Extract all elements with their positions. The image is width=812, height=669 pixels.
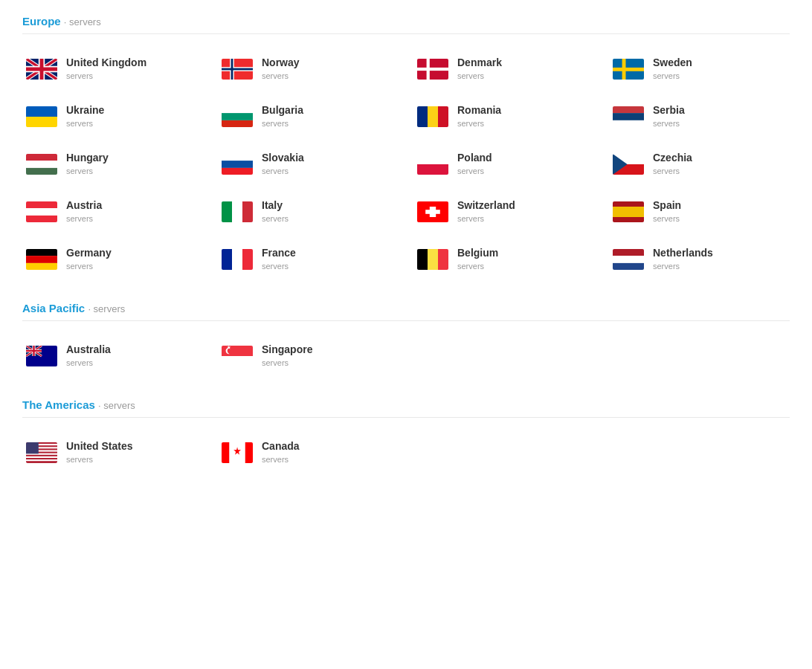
svg-rect-51: [242, 249, 253, 270]
country-name-bulgaria: Bulgaria: [262, 104, 303, 116]
country-item-austria[interactable]: Austria servers: [22, 192, 203, 232]
country-grid-the-americas: United States servers Canada servers: [22, 433, 790, 473]
country-item-bulgaria[interactable]: Bulgaria servers: [218, 97, 399, 137]
country-servers-label-czechia: servers: [653, 167, 680, 175]
country-item-australia[interactable]: Australia servers: [22, 336, 203, 376]
country-info-switzerland: Switzerland servers: [457, 199, 515, 224]
svg-rect-45: [613, 217, 644, 222]
flag-canada: [222, 442, 253, 463]
country-item-romania[interactable]: Romania servers: [413, 97, 594, 137]
country-item-serbia[interactable]: Serbia servers: [609, 97, 790, 137]
svg-rect-27: [222, 161, 253, 168]
country-item-spain[interactable]: Spain servers: [609, 192, 790, 232]
country-name-australia: Australia: [66, 343, 111, 355]
svg-rect-16: [222, 120, 253, 127]
flag-switzerland: [417, 201, 448, 222]
country-item-singapore[interactable]: Singapore servers: [218, 336, 399, 376]
svg-rect-26: [222, 154, 253, 161]
country-servers-label-romania: servers: [457, 119, 484, 128]
country-servers-label-serbia: servers: [653, 119, 680, 128]
svg-rect-13: [26, 117, 57, 127]
country-info-singapore: Singapore servers: [262, 343, 312, 369]
svg-rect-30: [417, 164, 448, 175]
country-item-netherlands[interactable]: Netherlands servers: [609, 239, 790, 279]
country-servers-label-switzerland: servers: [457, 214, 484, 223]
region-header-the-americas: The Americas · servers: [22, 398, 790, 411]
region-divider-the-americas: [22, 417, 790, 418]
svg-rect-54: [438, 249, 448, 270]
country-info-spain: Spain servers: [653, 199, 681, 224]
svg-point-63: [228, 348, 233, 354]
country-info-norway: Norway servers: [262, 56, 300, 82]
country-item-slovakia[interactable]: Slovakia servers: [218, 144, 399, 184]
country-servers-label-slovakia: servers: [262, 167, 289, 175]
country-item-italy[interactable]: Italy servers: [218, 192, 399, 232]
country-servers-label-norway: servers: [262, 71, 289, 80]
country-item-sweden[interactable]: Sweden servers: [609, 49, 790, 89]
country-servers-label-denmark: servers: [457, 71, 484, 80]
country-item-czechia[interactable]: Czechia servers: [609, 144, 790, 184]
country-item-canada[interactable]: Canada servers: [218, 433, 399, 473]
country-servers-label-bulgaria: servers: [262, 119, 289, 128]
svg-rect-34: [26, 201, 57, 208]
country-item-belgium[interactable]: Belgium servers: [413, 239, 594, 279]
country-servers-label-netherlands: servers: [653, 262, 680, 271]
country-item-switzerland[interactable]: Switzerland servers: [413, 192, 594, 232]
svg-rect-43: [613, 201, 644, 207]
country-name-norway: Norway: [262, 56, 300, 68]
svg-rect-19: [438, 106, 448, 127]
svg-rect-22: [613, 120, 644, 127]
svg-rect-57: [613, 263, 644, 270]
region-header-europe: Europe · servers: [22, 15, 790, 28]
country-item-norway[interactable]: Norway servers: [218, 49, 399, 89]
flag-austria: [26, 201, 57, 222]
flag-france: [222, 249, 253, 270]
region-header-asia-pacific: Asia Pacific · servers: [22, 302, 790, 314]
country-item-germany[interactable]: Germany servers: [22, 239, 203, 279]
svg-rect-37: [222, 201, 232, 222]
country-info-bulgaria: Bulgaria servers: [262, 104, 303, 129]
country-name-us: United States: [66, 440, 132, 452]
country-item-hungary[interactable]: Hungary servers: [22, 144, 203, 184]
flag-germany: [26, 249, 57, 270]
country-item-france[interactable]: France servers: [218, 239, 399, 279]
country-info-uk: United Kingdom servers: [66, 56, 146, 82]
flag-romania: [417, 106, 448, 127]
country-item-us[interactable]: United States servers: [22, 433, 203, 473]
country-name-czechia: Czechia: [653, 152, 692, 164]
svg-rect-70: [26, 456, 57, 458]
region-servers-label: · servers: [88, 303, 125, 314]
svg-rect-29: [417, 154, 448, 164]
svg-rect-24: [26, 161, 57, 168]
svg-rect-74: [245, 442, 254, 463]
country-item-poland[interactable]: Poland servers: [413, 144, 594, 184]
country-name-belgium: Belgium: [457, 247, 498, 259]
country-servers-label-uk: servers: [66, 71, 93, 80]
country-name-canada: Canada: [262, 440, 300, 452]
country-info-ukraine: Ukraine servers: [66, 104, 104, 129]
country-item-uk[interactable]: United Kingdom servers: [22, 49, 203, 89]
svg-rect-38: [232, 201, 242, 222]
svg-rect-49: [222, 249, 232, 270]
svg-rect-72: [26, 442, 39, 453]
country-info-australia: Australia servers: [66, 343, 111, 369]
svg-rect-14: [222, 106, 253, 113]
country-name-hungary: Hungary: [66, 152, 109, 164]
svg-rect-36: [26, 216, 57, 222]
country-name-spain: Spain: [653, 199, 681, 211]
svg-rect-28: [222, 168, 253, 175]
country-item-ukraine[interactable]: Ukraine servers: [22, 97, 203, 137]
country-servers-label-canada: servers: [262, 455, 289, 464]
country-info-czechia: Czechia servers: [653, 152, 692, 177]
country-item-denmark[interactable]: Denmark servers: [413, 49, 594, 89]
country-name-slovakia: Slovakia: [262, 152, 304, 164]
flag-uk: [26, 59, 57, 80]
svg-rect-47: [26, 256, 57, 263]
svg-rect-39: [242, 201, 253, 222]
country-info-belgium: Belgium servers: [457, 247, 498, 272]
region-servers-label: · servers: [98, 400, 135, 411]
country-name-uk: United Kingdom: [66, 56, 146, 68]
svg-rect-50: [232, 249, 242, 270]
svg-rect-61: [222, 356, 253, 366]
svg-rect-55: [613, 249, 644, 256]
